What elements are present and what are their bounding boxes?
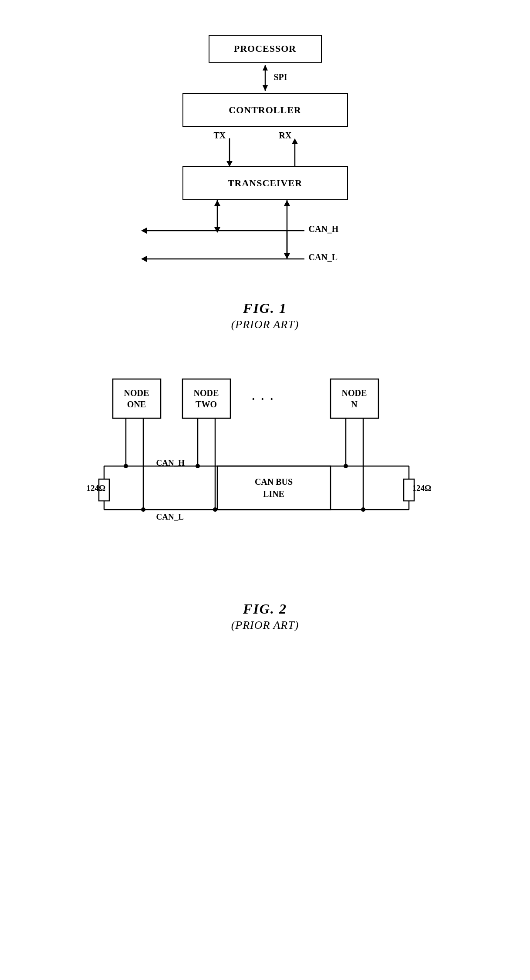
fig1-subtitle: (PRIOR ART) (231, 318, 299, 331)
node-n-label-1: NODE (342, 387, 367, 399)
node-n-label-2: N (351, 399, 357, 410)
node-n-block: NODE N (331, 379, 378, 418)
fig1-diagram: PROCESSOR SPI CONTROLLER TX RX (130, 35, 400, 331)
node-two-block: NODE TWO (182, 379, 230, 418)
fig2-can-h-label: CAN_H (156, 458, 185, 468)
node-two-label-1: NODE (194, 387, 219, 399)
can-bus-block: CAN BUS LINE (217, 466, 331, 510)
tx-arrow (216, 138, 243, 169)
fig2-diagram: NODE ONE NODE TWO . . . NODE N CAN_H (87, 366, 444, 632)
svg-point-40 (196, 464, 200, 468)
ellipsis-label: . . . (252, 390, 275, 403)
controller-block: CONTROLLER (182, 93, 348, 127)
rx-arrow (282, 138, 308, 169)
can-lines-svg (130, 200, 400, 287)
transceiver-block: TRANSCEIVER (182, 166, 348, 200)
node-two-label-2: TWO (196, 399, 217, 410)
ellipsis: . . . (252, 390, 275, 403)
fig1-title: FIG. 1 (231, 300, 299, 316)
svg-marker-4 (226, 161, 233, 167)
svg-marker-8 (214, 200, 220, 206)
can-bus-label-1: CAN BUS (255, 476, 293, 488)
svg-marker-9 (214, 227, 220, 233)
page: PROCESSOR SPI CONTROLLER TX RX (0, 0, 530, 980)
svg-point-41 (213, 507, 217, 512)
processor-label: PROCESSOR (234, 43, 296, 54)
resistor-left-label: 124Ω (87, 483, 106, 493)
svg-marker-1 (263, 65, 268, 70)
transceiver-label: TRANSCEIVER (228, 178, 302, 189)
fig2-can-h-text: CAN_H (156, 458, 185, 467)
fig2-title: FIG. 2 (231, 601, 299, 617)
resistor-right-text: 124Ω (412, 483, 432, 493)
can-bus-label-2: LINE (263, 488, 284, 500)
fig1-caption: FIG. 1 (PRIOR ART) (231, 300, 299, 331)
node-one-label-2: ONE (127, 399, 146, 410)
svg-point-44 (344, 464, 348, 468)
fig2-can-l-label: CAN_L (156, 512, 184, 522)
svg-marker-14 (141, 228, 147, 234)
svg-marker-2 (263, 85, 268, 91)
fig2-subtitle: (PRIOR ART) (231, 619, 299, 632)
node-one-block: NODE ONE (113, 379, 161, 418)
svg-point-37 (141, 507, 145, 512)
svg-point-45 (361, 507, 365, 512)
fig2-caption: FIG. 2 (PRIOR ART) (231, 601, 299, 632)
can-h-label: CAN_H (309, 224, 339, 234)
svg-marker-11 (284, 200, 290, 206)
processor-block: PROCESSOR (209, 35, 322, 63)
svg-marker-16 (141, 256, 147, 262)
resistor-left-text: 124Ω (87, 483, 106, 493)
spi-label: SPI (274, 72, 287, 82)
fig2-can-l-text: CAN_L (156, 512, 184, 521)
svg-point-36 (124, 464, 128, 468)
can-l-label: CAN_L (309, 252, 338, 262)
node-one-label-1: NODE (124, 387, 149, 399)
resistor-right-label: 124Ω (412, 483, 432, 493)
svg-marker-6 (292, 138, 298, 144)
controller-label: CONTROLLER (229, 104, 301, 116)
